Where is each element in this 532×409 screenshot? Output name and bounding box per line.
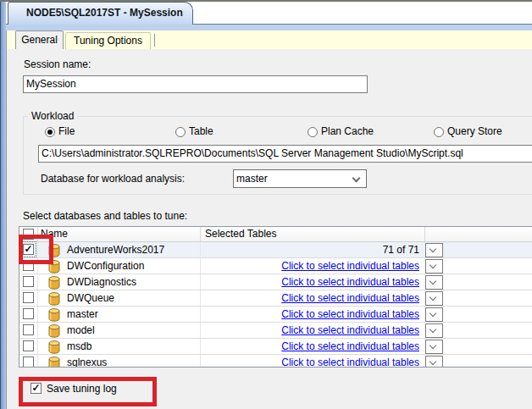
database-name: DWDiagnostics xyxy=(67,276,136,288)
database-name: msdb xyxy=(67,340,91,352)
radio-label: Table xyxy=(189,125,213,137)
database-name: sqlnexus xyxy=(67,356,107,368)
row-name-cell: DWConfiguration xyxy=(38,258,201,274)
chevron-down-icon xyxy=(429,278,436,285)
radio-option-query-store[interactable]: Query Store xyxy=(434,125,532,139)
database-name: model xyxy=(67,324,95,336)
highlight-box-row-checkbox xyxy=(19,235,53,264)
row-name-cell: msdb xyxy=(38,339,201,354)
row-name-cell: DWQueue xyxy=(38,290,201,306)
radio-label: File xyxy=(58,125,75,137)
table-row[interactable]: msdb Click to select individual tables xyxy=(19,339,532,355)
table-row[interactable]: sqlnexus Click to select individual tabl… xyxy=(19,355,532,368)
row-name-cell: master xyxy=(38,307,201,322)
chevron-down-icon xyxy=(429,342,436,349)
database-icon xyxy=(48,356,60,368)
selected-tables-value[interactable]: Click to select individual tables xyxy=(281,340,419,352)
db-table-rows: AdventureWorks2017 71 of 71 DWConfigurat… xyxy=(19,242,532,368)
row-name-cell: DWDiagnostics xyxy=(38,274,201,290)
table-row[interactable]: model Click to select individual tables xyxy=(19,323,532,339)
window-left-edge xyxy=(0,2,6,409)
row-selected-tables-cell: 71 of 71 xyxy=(201,242,425,257)
column-header-selected-tables[interactable]: Selected Tables xyxy=(201,227,425,241)
workload-legend: Workload xyxy=(28,110,77,122)
tab-general[interactable]: General xyxy=(15,30,64,49)
selected-tables-value[interactable]: Click to select individual tables xyxy=(281,292,419,304)
row-dropdown-button[interactable] xyxy=(425,275,443,290)
combobox-value: master xyxy=(236,173,268,185)
row-name-cell: AdventureWorks2017 xyxy=(38,242,201,257)
row-name-cell: sqlnexus xyxy=(38,355,201,368)
row-selected-tables-cell: Click to select individual tables xyxy=(201,323,425,338)
selected-tables-value[interactable]: Click to select individual tables xyxy=(281,308,419,320)
tab-body-band xyxy=(6,24,532,30)
row-checkbox-cell xyxy=(19,323,38,338)
session-name-label: Session name: xyxy=(24,58,91,70)
row-selected-tables-cell: Click to select individual tables xyxy=(201,339,425,354)
session-name-input[interactable]: MySession xyxy=(23,75,368,93)
row-checkbox[interactable] xyxy=(23,340,34,351)
tab-tuning-options-label: Tuning Options xyxy=(74,35,142,47)
row-checkbox[interactable] xyxy=(23,356,34,368)
document-tab-title: NODE5\SQL2017ST - MySession xyxy=(26,7,183,19)
highlight-box-save-tuning-log xyxy=(19,377,157,406)
radio-option-table[interactable]: Table xyxy=(175,125,260,139)
row-dropdown-button[interactable] xyxy=(425,323,443,338)
chevron-down-icon xyxy=(429,326,436,333)
database-name: DWConfiguration xyxy=(67,260,144,272)
column-header-selected-tables-label: Selected Tables xyxy=(205,228,277,240)
table-row[interactable]: DWConfiguration Click to select individu… xyxy=(19,258,532,274)
selected-tables-value[interactable]: Click to select individual tables xyxy=(281,276,419,288)
row-dropdown-button[interactable] xyxy=(425,243,443,257)
radio-button-icon xyxy=(308,127,318,137)
row-dropdown-button[interactable] xyxy=(425,307,443,322)
workload-file-path-input[interactable]: C:\Users\administrator.SQLREPRO\Document… xyxy=(38,145,532,163)
tab-general-label: General xyxy=(21,34,58,46)
selected-tables-value[interactable]: Click to select individual tables xyxy=(281,324,419,336)
radio-button-icon xyxy=(434,127,444,137)
select-databases-label: Select databases and tables to tune: xyxy=(23,210,187,222)
radio-option-file[interactable]: File xyxy=(45,125,130,139)
row-selected-tables-cell: Click to select individual tables xyxy=(201,274,425,290)
document-tab[interactable]: NODE5\SQL2017ST - MySession xyxy=(8,2,193,25)
row-selected-tables-cell: Click to select individual tables xyxy=(201,355,425,368)
database-table: Name Selected Tables AdventureWorks2017 … xyxy=(19,226,532,368)
row-selected-tables-cell: Click to select individual tables xyxy=(201,258,425,274)
row-checkbox[interactable] xyxy=(23,324,34,335)
row-checkbox[interactable] xyxy=(23,276,34,287)
chevron-down-icon xyxy=(429,294,436,301)
row-checkbox-cell xyxy=(19,274,38,290)
header-filler xyxy=(425,227,532,241)
row-dropdown-button[interactable] xyxy=(425,340,443,354)
row-selected-tables-cell: Click to select individual tables xyxy=(201,290,425,306)
chevron-down-icon xyxy=(429,358,436,365)
row-checkbox[interactable] xyxy=(23,292,34,303)
table-row[interactable]: AdventureWorks2017 71 of 71 xyxy=(19,242,532,258)
database-analysis-combobox[interactable]: master xyxy=(233,169,367,188)
row-selected-tables-cell: Click to select individual tables xyxy=(201,307,425,322)
database-analysis-label: Database for workload analysis: xyxy=(41,173,185,185)
row-checkbox-cell xyxy=(19,307,38,322)
row-dropdown-button[interactable] xyxy=(425,259,443,274)
row-dropdown-button[interactable] xyxy=(425,291,443,306)
row-checkbox[interactable] xyxy=(23,308,34,319)
chevron-down-icon xyxy=(429,246,436,252)
row-checkbox-cell xyxy=(19,355,38,368)
selected-tables-value[interactable]: 71 of 71 xyxy=(383,244,419,256)
radio-option-plan-cache[interactable]: Plan Cache xyxy=(308,125,409,139)
tab-tuning-options[interactable]: Tuning Options xyxy=(65,32,151,49)
database-name: master xyxy=(67,308,98,320)
database-name: DWQueue xyxy=(67,292,114,304)
row-name-cell: model xyxy=(38,323,201,338)
table-row[interactable]: DWDiagnostics Click to select individual… xyxy=(19,274,532,290)
table-row[interactable]: master Click to select individual tables xyxy=(19,307,532,323)
selected-tables-value[interactable]: Click to select individual tables xyxy=(281,356,419,368)
selected-tables-value[interactable]: Click to select individual tables xyxy=(281,260,419,272)
radio-button-icon xyxy=(175,127,186,137)
tab-separator xyxy=(154,34,155,47)
table-row[interactable]: DWQueue Click to select individual table… xyxy=(19,290,532,307)
radio-label: Query Store xyxy=(447,125,502,137)
row-dropdown-button[interactable] xyxy=(425,356,443,368)
chevron-down-icon xyxy=(429,262,436,268)
column-header-name[interactable]: Name xyxy=(38,227,201,241)
